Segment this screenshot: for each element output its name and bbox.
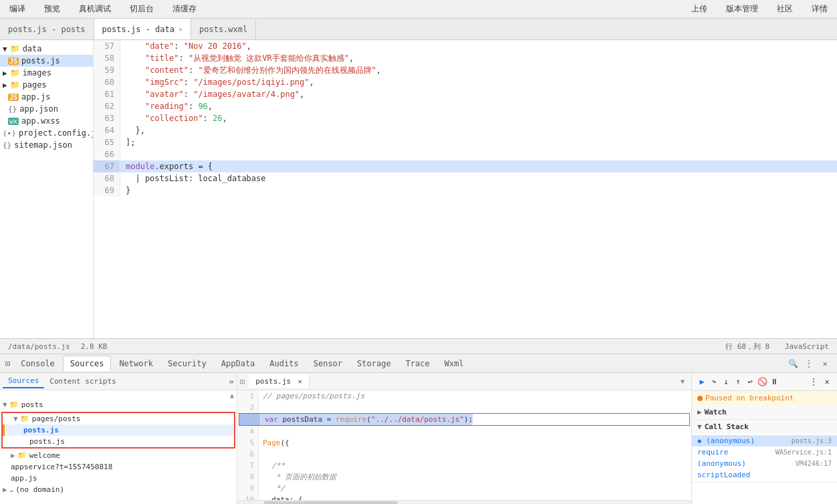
tab-wxml[interactable]: Wxml — [438, 356, 471, 371]
editor-tab-posts-wxml[interactable]: posts.wxml — [191, 19, 256, 39]
tree-item-data-folder[interactable]: ▼ 📁 data — [0, 43, 93, 55]
tree-item-app-wxss[interactable]: wx app.wxss — [0, 115, 93, 127]
menu-item-community[interactable]: 社区 — [773, 1, 797, 17]
horizontal-scrollbar[interactable] — [237, 500, 691, 504]
deactivate-btn[interactable]: 🚫 — [756, 376, 768, 388]
menu-item-preview[interactable]: 预览 — [40, 1, 64, 17]
close-bottom-tab-icon[interactable]: ✕ — [298, 378, 302, 385]
sources-tab-content-scripts[interactable]: Content scripts — [44, 375, 121, 388]
tree-item-posts-js[interactable]: JS posts.js — [0, 55, 93, 67]
expand-icon: ▶ — [3, 81, 7, 90]
bottom-code-line: 10 data: { — [237, 494, 691, 500]
scroll-down-icon[interactable]: ▼ — [681, 378, 685, 385]
bottom-tab-posts-js[interactable]: posts.js ✕ — [249, 375, 310, 388]
tree-item-images-folder[interactable]: ▶ 📁 images — [0, 67, 93, 79]
tree-item-pages-folder[interactable]: ▶ 📁 pages — [0, 79, 93, 91]
resume-btn[interactable]: ▶ — [696, 376, 708, 388]
sources-panel: Sources Content scripts » ▲ ▼ 📁 posts ▼ — [0, 373, 237, 504]
scroll-up-icon[interactable]: ▲ — [230, 392, 234, 399]
call-stack-item-anonymous[interactable]: ◆ (anonymous) posts.js:3 — [692, 435, 837, 447]
src-tree-posts-js-active[interactable]: posts.js — [3, 424, 234, 436]
src-tree-welcome-folder[interactable]: ▶ 📁 welcome — [0, 450, 237, 461]
step-into-btn[interactable]: ↓ — [720, 376, 732, 388]
src-tree-label: pages/posts — [32, 414, 81, 423]
menu-item-device-debug[interactable]: 真机调试 — [75, 1, 115, 17]
src-tree-label: posts — [21, 400, 43, 409]
call-stack-label: Call Stack — [705, 422, 749, 431]
tab-trace[interactable]: Trace — [399, 356, 437, 371]
tree-item-label: sitemap.json — [14, 140, 72, 150]
close-debug-icon[interactable]: ✕ — [821, 376, 833, 388]
tab-appdata[interactable]: AppData — [215, 356, 262, 371]
tab-console[interactable]: Console — [14, 356, 62, 371]
menu-item-details[interactable]: 详情 — [808, 1, 832, 17]
more-options-icon[interactable]: ⋮ — [808, 376, 820, 388]
tab-sources[interactable]: Sources — [63, 356, 112, 371]
language-label: JavaScript — [785, 342, 829, 351]
tab-audits[interactable]: Audits — [263, 356, 305, 371]
menu-item-version-mgmt[interactable]: 版本管理 — [722, 1, 762, 17]
tree-item-label: pages — [23, 80, 47, 90]
main-editor-area: ▼ 📁 data JS posts.js ▶ 📁 images ▶ 📁 page… — [0, 40, 837, 338]
tree-item-sitemap[interactable]: {} sitemap.json — [0, 139, 93, 151]
src-tree-posts-folder[interactable]: ▼ 📁 posts — [0, 399, 237, 410]
sources-add-icon[interactable]: » — [229, 376, 234, 386]
call-stack-item-require[interactable]: require WAService.js:1 — [692, 447, 837, 458]
code-panel-back-icon[interactable]: ⊡ — [240, 377, 245, 386]
breakpoint-line-region: 3 var postsData = require("../../data/po… — [239, 413, 690, 426]
step-out-btn[interactable]: ↑ — [732, 376, 744, 388]
folder-icon: 📁 — [10, 68, 20, 78]
call-stack-item-anonymous-2[interactable]: (anonymous) VM4246:17 — [692, 458, 837, 469]
tree-item-app-json[interactable]: {} app.json — [0, 103, 93, 115]
call-stack-header[interactable]: ▼ Call Stack — [692, 420, 837, 434]
bottom-code-content[interactable]: 1 // pages/posts/posts.js 2 3 var postsD… — [237, 390, 691, 500]
bottom-code-line: 5 Page({ — [237, 437, 691, 449]
wxss-file-icon: wx — [8, 118, 19, 125]
step-over-btn[interactable]: ↷ — [708, 376, 720, 388]
src-tree-appservice[interactable]: appservice?t=1557450818 — [0, 461, 237, 473]
tab-network[interactable]: Network — [112, 356, 160, 371]
tab-label: posts.js - data — [102, 25, 174, 34]
menu-item-upload[interactable]: 上传 — [687, 1, 711, 17]
bottom-code-filepath: 1 // pages/posts/posts.js — [237, 390, 691, 402]
editor-tab-posts-js-posts[interactable]: posts.js - posts — [0, 19, 94, 39]
src-tree-app-js[interactable]: app.js — [0, 473, 237, 484]
call-stack-item-script-loaded[interactable]: scriptLoaded — [692, 469, 837, 481]
menu-item-clear-cache[interactable]: 清缓存 — [168, 1, 201, 17]
code-panel-right-icons: ▼ — [681, 378, 691, 385]
chevron-right-icon: ▶ — [11, 451, 15, 460]
src-tree-pages-posts-folder[interactable]: ▼ 📁 pages/posts — [3, 413, 234, 424]
tree-item-project-config[interactable]: (•) project.config.json — [0, 127, 93, 139]
close-tab-icon[interactable]: ✕ — [178, 25, 183, 33]
src-tree-no-domain[interactable]: ▶ ☁ (no domain) — [0, 484, 237, 495]
tree-item-app-js[interactable]: JS app.js — [0, 91, 93, 103]
editor-tab-posts-js-data[interactable]: posts.js - data ✕ — [94, 19, 191, 39]
paused-badge: Paused on breakpoint — [692, 391, 837, 405]
src-tree-label: posts.js — [23, 426, 59, 434]
src-tree-posts-js-sub[interactable]: posts.js — [3, 436, 234, 447]
chevron-down-icon: ▼ — [3, 400, 7, 409]
code-editor[interactable]: 57 "date": "Nov 20 2016", 58 "title": "从… — [94, 40, 837, 338]
sources-panel-icons: » — [229, 376, 234, 386]
tab-sensor[interactable]: Sensor — [307, 356, 349, 371]
sources-tab-sources[interactable]: Sources — [3, 374, 44, 388]
chevron-down-icon: ▼ — [697, 422, 702, 431]
tab-security[interactable]: Security — [161, 356, 213, 371]
tree-item-label: app.js — [21, 92, 50, 102]
code-line: 64 }, — [94, 124, 837, 136]
scrollbar-thumb — [264, 501, 398, 504]
devtools-search-icon[interactable]: 🔍 — [786, 357, 800, 370]
devtools-settings-icon[interactable]: ⋮ — [802, 357, 816, 370]
tab-storage[interactable]: Storage — [350, 356, 398, 371]
debug-controls: ▶ ↷ ↓ ↑ ↩ 🚫 ⏸ ⋮ ✕ — [692, 373, 837, 391]
code-panel-bottom: ⊡ posts.js ✕ ▼ 1 // pages/posts/posts.js… — [237, 373, 691, 504]
step-btn[interactable]: ↩ — [744, 376, 756, 388]
folder-icon: 📁 — [20, 414, 29, 423]
paused-dot-icon — [697, 396, 703, 401]
watch-header[interactable]: ▶ Watch — [692, 405, 837, 419]
devtools-more-icon[interactable]: ✕ — [818, 357, 832, 370]
pause-btn[interactable]: ⏸ — [768, 376, 780, 388]
menu-item-background[interactable]: 切后台 — [126, 1, 158, 17]
menu-item-compile[interactable]: 编译 — [5, 1, 29, 17]
js-file-icon: JS — [8, 57, 19, 65]
